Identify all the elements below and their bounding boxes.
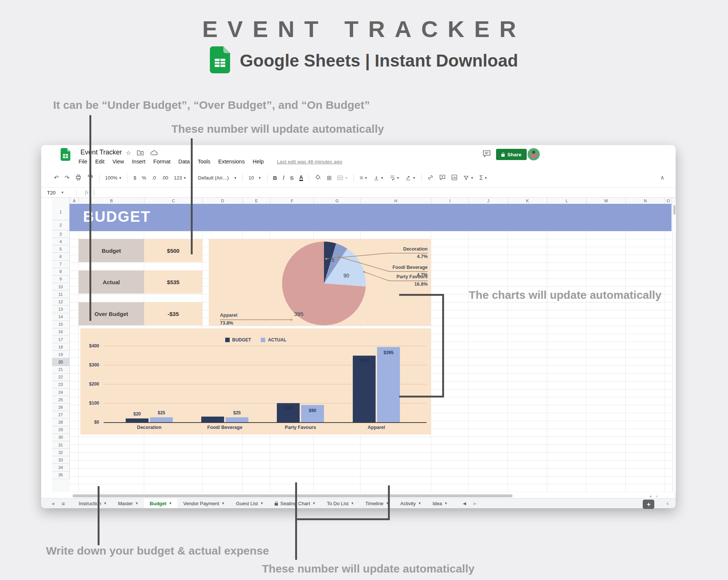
format-currency-button[interactable]: $ [134,175,136,181]
vertical-align-icon[interactable]: ▼ [373,175,384,181]
vertical-scrollbar-thumb[interactable] [673,205,676,215]
row-header-31[interactable]: 31 [52,441,70,449]
bar-actual-Decoration[interactable] [150,417,173,422]
redo-icon[interactable]: ↷ [64,174,69,181]
column-header-D[interactable]: D [203,198,243,204]
sheet-tab-idea[interactable]: Idea▼ [427,498,453,508]
row-header-7[interactable]: 7 [52,261,70,268]
row-header-1[interactable]: 1 [52,204,70,220]
tab-menu-icon[interactable]: ▼ [135,501,138,505]
vertical-scrollbar[interactable] [672,204,676,492]
horizontal-scrollbar-thumb[interactable] [73,494,513,497]
row-header-29[interactable]: 29 [52,426,70,434]
add-sheet-icon[interactable]: + [52,500,55,507]
grid-corner[interactable] [52,198,70,204]
move-folder-icon[interactable] [137,150,144,157]
tab-menu-icon[interactable]: ▼ [418,501,421,505]
row-header-26[interactable]: 26 [52,403,70,411]
explore-button[interactable] [643,500,654,509]
tab-menu-icon[interactable]: ▼ [221,501,225,505]
last-edit-link[interactable]: Last edit was 46 minutes ago [277,159,342,165]
row-header-23[interactable]: 23 [52,381,70,389]
row-header-10[interactable]: 10 [52,283,70,291]
row-header-25[interactable]: 25 [52,396,70,403]
menu-file[interactable]: File [79,159,87,165]
sheet-tab-instruction[interactable]: Instruction▼ [73,498,113,508]
column-header-L[interactable]: L [547,198,587,204]
insert-comment-icon[interactable] [439,174,446,182]
column-header-A[interactable]: A [70,198,79,204]
column-header-J[interactable]: J [469,198,508,204]
summary-label-actual[interactable]: Actual [79,270,144,294]
row-header-13[interactable]: 13 [52,306,70,313]
row-header-6[interactable]: 6 [52,253,70,260]
column-header-F[interactable]: F [270,198,314,204]
row-header-12[interactable]: 12 [52,298,70,306]
menu-tools[interactable]: Tools [198,159,210,165]
scroll-right-icon[interactable]: ▸ [656,494,658,498]
bar-actual-Food/ Beverage[interactable] [226,417,248,422]
menu-insert[interactable]: Insert [132,159,146,165]
share-button[interactable]: Share [496,149,527,160]
menu-format[interactable]: Format [153,159,171,165]
italic-button[interactable]: I [283,175,285,181]
decrease-decimal-button[interactable]: .0 [152,175,156,181]
format-percent-button[interactable]: % [142,175,146,181]
menu-extensions[interactable]: Extensions [218,159,245,165]
row-header-34[interactable]: 34 [52,464,70,471]
column-header-G[interactable]: G [314,198,361,204]
avatar[interactable] [527,148,540,160]
bar-budget-Decoration[interactable] [126,418,149,422]
row-header-35[interactable]: 35 [52,472,70,479]
bold-button[interactable]: B [273,175,277,181]
row-header-19[interactable]: 19 [52,351,70,358]
row-header-28[interactable]: 28 [52,419,70,426]
row-header-2[interactable]: 2 [52,220,70,230]
tab-menu-icon[interactable]: ▼ [104,501,107,505]
sheet-tab-vendor-payment[interactable]: Vendor Payment▼ [178,498,230,508]
row-header-11[interactable]: 11 [52,291,70,298]
summary-value-budget[interactable]: $500 [144,239,202,262]
comment-history-icon[interactable] [483,150,491,159]
cloud-status-icon[interactable] [150,150,158,157]
sheet-tab-master[interactable]: Master▼ [112,498,144,508]
bar-budget-Food/ Beverage[interactable] [201,417,224,422]
name-box[interactable]: T20▼ [41,190,76,196]
menu-help[interactable]: Help [253,159,264,165]
row-header-27[interactable]: 27 [52,411,70,418]
scroll-left-icon[interactable]: ◂ [649,494,651,498]
print-icon[interactable] [75,174,82,182]
row-header-15[interactable]: 15 [52,321,70,328]
summary-value-actual[interactable]: $535 [144,270,202,294]
column-header-C[interactable]: C [144,198,203,204]
row-header-21[interactable]: 21 [52,366,70,374]
bar-chart[interactable]: BUDGET ACTUAL $0$100$200$300$400Decorati… [80,328,431,435]
all-sheets-icon[interactable]: ≡ [62,500,65,507]
document-title[interactable]: Event Tracker [80,148,122,156]
filter-icon[interactable]: ▼ [463,175,474,181]
undo-icon[interactable]: ↶ [54,174,59,181]
text-color-button[interactable]: A [299,175,303,181]
tab-menu-icon[interactable]: ▼ [312,501,316,505]
sheet-tab-guest-list[interactable]: Guest List▼ [230,498,269,508]
text-wrap-icon[interactable]: ▼ [389,175,400,181]
bar-actual-Apparel[interactable] [377,347,400,422]
row-header-16[interactable]: 16 [52,328,70,336]
menu-edit[interactable]: Edit [95,159,104,165]
row-header-33[interactable]: 33 [52,456,70,464]
column-header-I[interactable]: I [431,198,469,204]
fill-color-icon[interactable] [315,174,321,182]
insert-chart-icon[interactable] [451,174,458,182]
summary-label-over-budget[interactable]: Over Budget [79,302,144,325]
star-icon[interactable]: ☆ [126,149,131,156]
functions-icon[interactable]: Σ▼ [479,175,487,181]
column-header-O[interactable]: O [665,198,672,204]
borders-icon[interactable]: ⊞ [327,174,331,181]
summary-label-budget[interactable]: Budget [79,239,144,262]
column-header-M[interactable]: M [587,198,626,204]
horizontal-scrollbar[interactable]: ◂ ▸ [52,494,662,498]
row-header-20[interactable]: 20 [52,358,70,366]
sheet-tab-budget[interactable]: Budget▼ [144,498,178,508]
row-header-8[interactable]: 8 [52,268,70,276]
column-header-B[interactable]: B [79,198,144,204]
